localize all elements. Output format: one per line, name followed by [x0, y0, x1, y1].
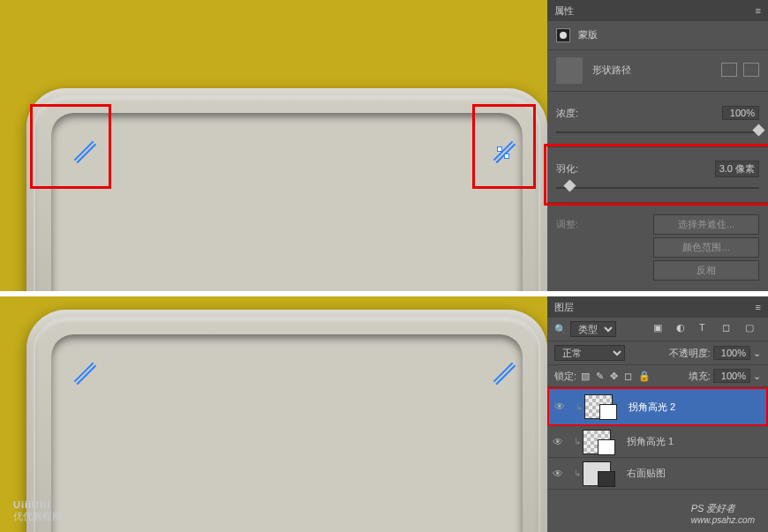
- select-mask-button[interactable]: 选择并遮住...: [653, 214, 759, 235]
- layer-name[interactable]: 右面贴图: [627, 467, 666, 480]
- blend-mode-select[interactable]: 正常: [554, 345, 625, 361]
- invert-button[interactable]: 反相: [653, 260, 759, 281]
- panel-header: 属性 ≡: [547, 0, 768, 21]
- color-range-button[interactable]: 颜色范围...: [653, 237, 759, 258]
- lock-all-icon[interactable]: 🔒: [638, 371, 651, 381]
- opacity-label: 不透明度:: [669, 348, 711, 358]
- panel-header: 图层 ≡: [547, 296, 768, 318]
- mask-icon: [556, 28, 570, 42]
- filter-shape-icon[interactable]: ◻: [722, 322, 738, 336]
- clip-icon: ↳: [574, 437, 581, 446]
- lock-label: 锁定:: [554, 371, 576, 381]
- annotation-box-right: [472, 104, 536, 189]
- lock-paint-icon[interactable]: ✎: [596, 371, 604, 381]
- annotation-box-left: [30, 104, 111, 189]
- panel-menu-icon[interactable]: ≡: [749, 296, 768, 318]
- lock-artboard-icon[interactable]: ◻: [624, 371, 632, 381]
- visibility-icon[interactable]: 👁: [549, 401, 570, 413]
- search-icon[interactable]: 🔍: [554, 324, 567, 335]
- fill-value[interactable]: 100%: [713, 369, 750, 383]
- watermark-logo: UiiiUiii 优优教程网: [13, 499, 62, 523]
- visibility-icon[interactable]: 👁: [547, 436, 568, 448]
- layer-thumb: [583, 430, 611, 454]
- vector-mask-button[interactable]: [743, 63, 759, 77]
- clip-icon: ↳: [574, 468, 581, 478]
- layer-row-selected[interactable]: 👁 ↳ 拐角高光 2: [547, 387, 768, 426]
- density-slider[interactable]: [556, 127, 759, 139]
- lock-trans-icon[interactable]: ▧: [581, 371, 590, 381]
- panel-title: 图层: [554, 296, 574, 318]
- layer-thumb: [583, 461, 611, 486]
- dropdown-icon[interactable]: ⌄: [753, 371, 761, 381]
- density-value[interactable]: 100%: [722, 106, 759, 120]
- clip-icon: ↳: [576, 402, 583, 412]
- lock-pos-icon[interactable]: ✥: [610, 371, 618, 381]
- filter-smart-icon[interactable]: ▢: [745, 322, 761, 336]
- layer-name[interactable]: 拐角高光 2: [629, 401, 675, 414]
- pixel-mask-button[interactable]: [721, 63, 737, 77]
- filter-type-select[interactable]: 类型: [570, 321, 616, 337]
- layer-name[interactable]: 拐角高光 1: [627, 435, 674, 448]
- annotation-box-feather: [544, 144, 768, 206]
- shape-label: 形状路径: [592, 64, 631, 75]
- adjust-label: 调整:: [556, 218, 578, 231]
- filter-pixel-icon[interactable]: ▣: [653, 322, 669, 336]
- opacity-value[interactable]: 100%: [713, 346, 750, 360]
- layer-thumb: [584, 394, 613, 419]
- shape-path-icon: [556, 57, 583, 84]
- panel-title: 属性: [554, 0, 574, 21]
- panel-menu-icon[interactable]: ≡: [749, 0, 768, 21]
- visibility-icon[interactable]: 👁: [547, 468, 568, 480]
- filter-type-icon[interactable]: T: [699, 322, 715, 336]
- layer-row[interactable]: 👁 ↳ 拐角高光 1: [547, 426, 768, 458]
- mask-label: 蒙版: [578, 29, 598, 40]
- density-label: 浓度:: [556, 107, 578, 120]
- watermark-right: PS 爱好者 www.psahz.com: [691, 502, 755, 525]
- metal-button-bottom: [26, 310, 547, 532]
- dropdown-icon[interactable]: ⌄: [753, 348, 761, 358]
- filter-adjust-icon[interactable]: ◐: [676, 322, 692, 336]
- fill-label: 填充:: [689, 371, 711, 381]
- layer-row[interactable]: 👁 ↳ 右面贴图: [547, 458, 768, 490]
- feather-slider[interactable]: [556, 183, 759, 195]
